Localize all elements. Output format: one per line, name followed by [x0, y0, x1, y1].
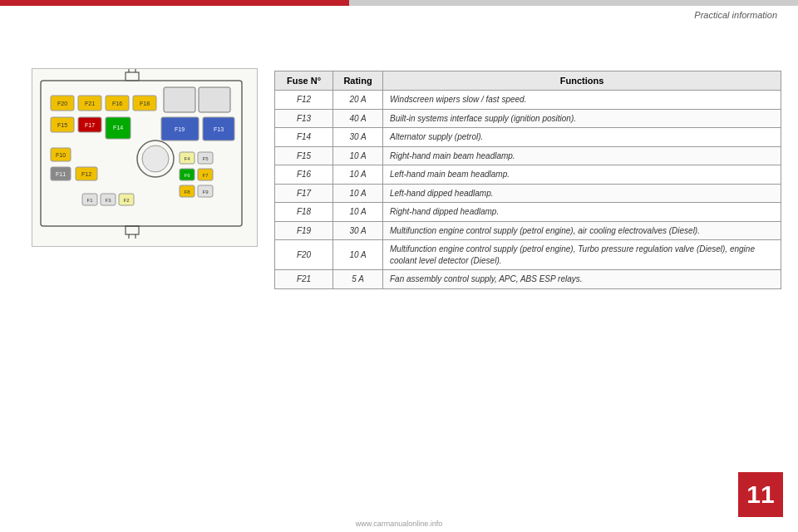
svg-text:F13: F13 — [214, 126, 224, 132]
fuse-number-cell: F15 — [275, 146, 333, 165]
svg-text:F10: F10 — [56, 152, 66, 158]
table-row: F1430 AAlternator supply (petrol). — [275, 128, 781, 147]
page-number-badge: 11 — [738, 472, 783, 517]
fuse-rating-cell: 10 A — [333, 146, 383, 165]
svg-text:F9: F9 — [202, 190, 209, 195]
table-row: F1610 ALeft-hand main beam headlamp. — [275, 165, 781, 185]
fuse-rating-cell: 10 A — [333, 165, 383, 185]
fuse-function-cell: Right-hand dipped headlamp. — [383, 203, 781, 222]
table-row: F1510 ARight-hand main beam headlamp. — [275, 146, 781, 165]
fuse-function-cell: Left-hand dipped headlamp. — [383, 184, 781, 203]
fuse-number-cell: F13 — [275, 109, 333, 128]
fuse-rating-cell: 30 A — [333, 221, 383, 240]
fuse-number-cell: F18 — [275, 203, 333, 222]
fuse-number-cell: F12 — [275, 91, 333, 110]
top-stripe — [0, 0, 798, 6]
svg-text:F12: F12 — [81, 171, 91, 177]
fuse-function-cell: Alternator supply (petrol). — [383, 128, 781, 147]
svg-text:F14: F14 — [113, 125, 123, 131]
svg-text:F7: F7 — [202, 173, 209, 178]
table-row: F1220 AWindscreen wipers slow / fast spe… — [275, 91, 781, 110]
svg-rect-12 — [164, 87, 195, 112]
fuse-rating-cell: 40 A — [333, 109, 383, 128]
col-header-rating: Rating — [333, 71, 383, 91]
fuse-rating-cell: 5 A — [333, 270, 383, 289]
svg-text:F8: F8 — [184, 190, 190, 195]
table-row: F1930 AMultifunction engine control supp… — [275, 221, 781, 240]
fuse-number-cell: F14 — [275, 128, 333, 147]
fuse-rating-cell: 10 A — [333, 203, 383, 222]
fuse-number-cell: F19 — [275, 221, 333, 240]
fuse-function-cell: Left-hand main beam headlamp. — [383, 165, 781, 185]
page-header-title: Practical information — [694, 10, 777, 20]
table-row: F1340 ABuilt-in systems interface supply… — [275, 109, 781, 128]
svg-text:F17: F17 — [85, 122, 95, 128]
svg-text:F20: F20 — [57, 101, 67, 106]
svg-text:F19: F19 — [175, 126, 185, 132]
svg-text:F3: F3 — [105, 198, 111, 203]
svg-text:F15: F15 — [57, 122, 67, 128]
svg-text:F2: F2 — [123, 198, 130, 203]
table-row: F1810 ARight-hand dipped headlamp. — [275, 203, 781, 222]
svg-text:F4: F4 — [184, 156, 190, 161]
fuse-diagram: F20 F21 F16 F18 F17 F15 F19 F13 F14 — [32, 68, 258, 247]
svg-text:F1: F1 — [86, 198, 93, 203]
fuse-table: Fuse N° Rating Functions F1220 AWindscre… — [274, 71, 781, 289]
fuse-diagram-svg: F20 F21 F16 F18 F17 F15 F19 F13 F14 — [32, 69, 250, 239]
svg-text:F16: F16 — [112, 101, 122, 106]
svg-rect-0 — [126, 72, 139, 81]
col-header-functions: Functions — [383, 71, 781, 91]
svg-text:F5: F5 — [202, 156, 209, 161]
svg-text:F6: F6 — [184, 173, 190, 178]
fuse-function-cell: Fan assembly control supply, APC, ABS ES… — [383, 270, 781, 289]
fuse-number-cell: F21 — [275, 270, 333, 289]
col-header-fuse: Fuse N° — [275, 71, 333, 91]
svg-text:F11: F11 — [56, 171, 66, 177]
fuse-function-cell: Multifunction engine control supply (pet… — [383, 221, 781, 240]
bottom-url: www.carmanualonline.info — [356, 520, 443, 528]
fuse-function-cell: Right-hand main beam headlamp. — [383, 146, 781, 165]
fuse-rating-cell: 10 A — [333, 240, 383, 270]
table-row: F215 AFan assembly control supply, APC, … — [275, 270, 781, 289]
fuse-rating-cell: 20 A — [333, 91, 383, 110]
svg-point-25 — [142, 145, 169, 172]
fuse-rating-cell: 30 A — [333, 128, 383, 147]
table-row: F2010 AMultifunction engine control supp… — [275, 240, 781, 270]
fuse-function-cell: Windscreen wipers slow / fast speed. — [383, 91, 781, 110]
fuse-function-cell: Multifunction engine control supply (pet… — [383, 240, 781, 270]
svg-rect-50 — [126, 226, 139, 234]
svg-rect-13 — [199, 87, 230, 112]
fuse-number-cell: F17 — [275, 184, 333, 203]
fuse-rating-cell: 10 A — [333, 184, 383, 203]
svg-text:F18: F18 — [140, 101, 150, 106]
svg-text:F21: F21 — [85, 101, 95, 106]
table-row: F1710 ALeft-hand dipped headlamp. — [275, 184, 781, 203]
fuse-number-cell: F16 — [275, 165, 333, 185]
fuse-function-cell: Built-in systems interface supply (ignit… — [383, 109, 781, 128]
fuse-number-cell: F20 — [275, 240, 333, 270]
